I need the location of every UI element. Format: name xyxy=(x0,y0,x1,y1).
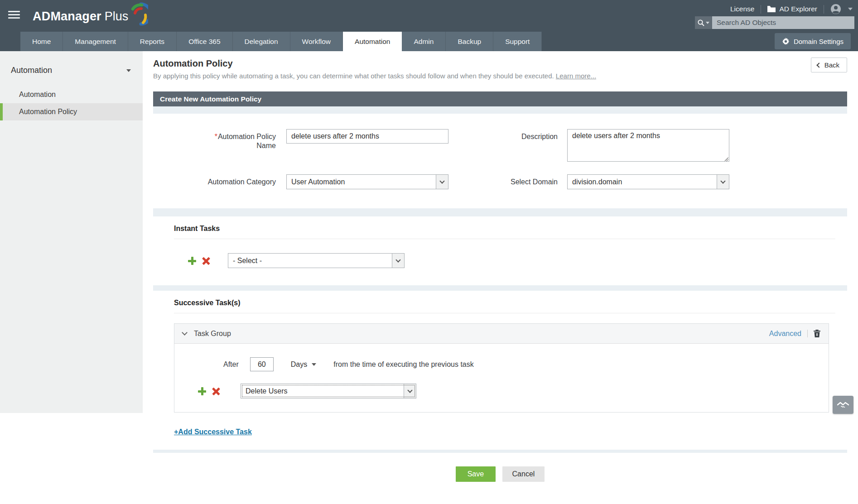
select-arrow-button[interactable] xyxy=(404,384,416,398)
category-select[interactable]: User Automation xyxy=(286,174,448,189)
user-account-menu[interactable] xyxy=(830,4,853,14)
content-area: Automation Automation Automation Policy … xyxy=(0,51,858,482)
tab-automation[interactable]: Automation xyxy=(343,32,402,51)
divider xyxy=(174,239,835,239)
tab-delegation[interactable]: Delegation xyxy=(233,32,290,51)
page-subtitle: By applying this policy while automating… xyxy=(153,72,847,80)
policy-form-card: *Automation Policy Name Description dele… xyxy=(153,114,847,208)
sidebar-section-title: Automation xyxy=(11,66,52,75)
required-marker: * xyxy=(215,133,217,140)
panel-body: *Automation Policy Name Description dele… xyxy=(153,106,847,453)
description-textarea[interactable]: delete users after 2 months xyxy=(567,129,729,162)
instant-tasks-heading: Instant Tasks xyxy=(174,225,847,233)
after-days-input[interactable] xyxy=(250,357,274,371)
instant-task-select[interactable]: - Select - xyxy=(228,253,405,268)
domain-label: Select Domain xyxy=(448,174,558,187)
brand-name-light: Plus xyxy=(105,10,129,24)
time-unit-value: Days xyxy=(291,360,307,369)
advanced-link[interactable]: Advanced xyxy=(769,330,801,338)
add-task-icon[interactable] xyxy=(198,387,206,395)
brand-name-bold: ADManager xyxy=(33,10,101,24)
select-arrow-button[interactable] xyxy=(436,175,448,189)
ad-explorer-label: AD Explorer xyxy=(779,5,817,13)
time-unit-dropdown[interactable]: Days xyxy=(291,360,316,369)
cancel-button[interactable]: Cancel xyxy=(502,466,545,482)
domain-settings-button[interactable]: Domain Settings xyxy=(775,33,851,49)
ad-search xyxy=(695,16,854,29)
create-policy-panel: Create New Automation Policy *Automation… xyxy=(153,91,847,453)
chevron-down-icon xyxy=(848,8,853,10)
add-successive-task-link[interactable]: +Add Successive Task xyxy=(174,428,252,436)
form-actions: Save Cancel xyxy=(153,466,847,482)
instant-task-row: - Select - xyxy=(188,253,847,268)
collapse-chevron-icon[interactable] xyxy=(182,330,188,336)
after-label: After xyxy=(223,360,239,369)
successive-task-select[interactable]: Delete Users xyxy=(241,384,416,398)
tab-home[interactable]: Home xyxy=(20,32,63,51)
app-logo[interactable]: ADManager Plus xyxy=(33,6,148,26)
form-row-1: *Automation Policy Name Description dele… xyxy=(153,129,847,163)
folder-icon xyxy=(767,6,776,12)
main-nav-tabs: Home Management Reports Office 365 Deleg… xyxy=(0,32,858,51)
tab-admin[interactable]: Admin xyxy=(402,32,446,51)
chevron-down-icon xyxy=(439,178,444,183)
successive-tasks-heading: Successive Task(s) xyxy=(174,299,847,307)
hamburger-menu-icon[interactable] xyxy=(8,11,20,20)
search-icon xyxy=(698,19,704,26)
category-select-value: User Automation xyxy=(287,175,436,189)
form-row-2: Automation Category User Automation Sele… xyxy=(153,174,847,189)
sidebar-section-toggle[interactable]: Automation xyxy=(0,63,143,86)
policy-name-input[interactable] xyxy=(286,129,448,144)
domain-select-value: division.domain xyxy=(568,175,717,189)
instant-task-select-value: - Select - xyxy=(228,254,392,268)
topbar: ADManager Plus License AD Explorer xyxy=(0,0,858,32)
sidebar-item-automation-policy[interactable]: Automation Policy xyxy=(0,103,143,120)
tab-reports[interactable]: Reports xyxy=(128,32,177,51)
license-link[interactable]: License xyxy=(730,5,754,13)
ad-explorer-link[interactable]: AD Explorer xyxy=(767,5,817,13)
page-title: Automation Policy xyxy=(153,58,847,69)
learn-more-link[interactable]: Learn more... xyxy=(556,72,596,80)
search-input[interactable] xyxy=(712,16,854,29)
handshake-icon xyxy=(837,401,849,409)
domain-settings-label: Domain Settings xyxy=(794,38,844,45)
tab-management[interactable]: Management xyxy=(63,32,128,51)
tab-backup[interactable]: Backup xyxy=(446,32,493,51)
remove-task-icon[interactable] xyxy=(202,257,210,265)
sidebar: Automation Automation Automation Policy xyxy=(0,51,143,482)
delete-task-group-button[interactable] xyxy=(814,330,820,337)
chevron-down-icon xyxy=(407,388,412,393)
tab-support[interactable]: Support xyxy=(493,32,542,51)
back-button[interactable]: Back xyxy=(811,58,847,72)
back-button-label: Back xyxy=(824,61,839,69)
chevron-down-icon xyxy=(706,22,709,24)
task-group-header: Task Group Advanced xyxy=(174,324,829,344)
sidebar-item-automation[interactable]: Automation xyxy=(0,86,143,103)
chevron-down-icon xyxy=(312,363,316,366)
tab-office-365[interactable]: Office 365 xyxy=(177,32,232,51)
save-button[interactable]: Save xyxy=(456,466,496,482)
select-arrow-button[interactable] xyxy=(717,175,729,189)
search-scope-button[interactable] xyxy=(695,16,712,29)
task-group-title: Task Group xyxy=(194,330,231,338)
select-arrow-button[interactable] xyxy=(392,254,404,268)
app-header: ADManager Plus License AD Explorer xyxy=(0,0,858,51)
topbar-utilities: License AD Explorer xyxy=(730,4,853,14)
feedback-tab[interactable] xyxy=(833,396,853,414)
tab-workflow[interactable]: Workflow xyxy=(290,32,343,51)
description-label: Description xyxy=(448,129,558,141)
user-avatar-icon xyxy=(830,4,841,14)
chevron-down-icon xyxy=(395,257,400,262)
task-group: Task Group Advanced xyxy=(174,323,829,413)
task-group-body: After Days from the time of executing th… xyxy=(174,344,829,412)
chevron-left-icon xyxy=(816,62,821,67)
remove-task-icon[interactable] xyxy=(212,387,220,395)
page-header: Automation Policy By applying this polic… xyxy=(153,51,847,80)
add-task-icon[interactable] xyxy=(188,257,196,265)
separator xyxy=(761,5,761,14)
description-field-wrap: delete users after 2 months xyxy=(567,129,729,163)
policy-name-label: *Automation Policy Name xyxy=(153,129,276,150)
category-label: Automation Category xyxy=(153,174,276,187)
domain-select[interactable]: division.domain xyxy=(567,174,729,189)
successive-tasks-card: Successive Task(s) Task Group Advanced xyxy=(153,291,847,450)
